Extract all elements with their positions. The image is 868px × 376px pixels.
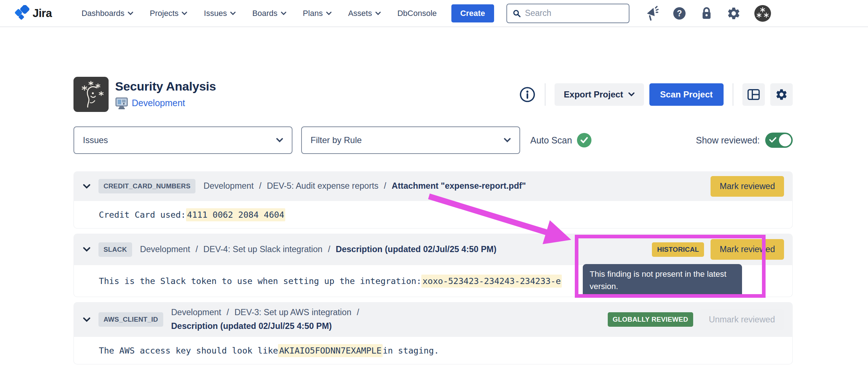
create-button[interactable]: Create	[451, 4, 494, 22]
user-avatar[interactable]	[754, 5, 771, 22]
chevron-down-icon	[628, 92, 635, 96]
finding-card-credit-card: CREDIT_CARD_NUMBERS Development / DEV-5:…	[73, 171, 793, 229]
divider	[733, 83, 733, 106]
breadcrumb: Development / DEV-3: Set up AWS integrat…	[171, 306, 454, 333]
project-header: Security Analysis Development	[73, 77, 793, 112]
gear-icon[interactable]	[726, 6, 741, 21]
check-circle-icon	[577, 133, 592, 148]
secret-highlight: xoxo-523423-234243-234233-e	[421, 275, 562, 288]
chevron-down-icon	[326, 12, 332, 15]
mark-reviewed-button[interactable]: Mark reviewed	[711, 239, 784, 260]
findings-list: CREDIT_CARD_NUMBERS Development / DEV-5:…	[73, 171, 793, 364]
project-breadcrumb-link[interactable]: Development	[132, 98, 185, 108]
finding-content: Credit Card used: 4111 0062 2084 4604	[73, 201, 793, 229]
secret-highlight: AKIAIO5FODNN7EXAMPLE	[278, 344, 383, 357]
collapse-chevron-icon[interactable]	[83, 184, 90, 189]
nav-item-plans[interactable]: Plans	[303, 9, 332, 18]
layout-view-button[interactable]	[742, 83, 765, 106]
filter-row: Issues Filter by Rule Auto Scan Show rev…	[73, 126, 793, 154]
globally-reviewed-badge: GLOBALLY REVIEWED	[608, 312, 694, 327]
issues-filter-select[interactable]: Issues	[73, 126, 292, 154]
jira-logo[interactable]: Jira	[13, 5, 52, 22]
toggle-knob	[779, 134, 791, 146]
chevron-down-icon	[230, 12, 236, 15]
crumb-issue[interactable]: DEV-3: Set up AWS integration	[235, 306, 351, 319]
crumb-project[interactable]: Development	[171, 306, 221, 319]
nav-item-assets[interactable]: Assets	[348, 9, 381, 18]
breadcrumb: Development / DEV-5: Audit expense repor…	[203, 179, 526, 193]
show-reviewed-toggle[interactable]	[765, 133, 793, 148]
search-icon	[513, 9, 521, 18]
chevron-down-icon	[281, 12, 286, 15]
breadcrumb: Development / DEV-4: Set up Slack integr…	[140, 243, 497, 256]
jira-logo-text: Jira	[33, 7, 52, 20]
search-input[interactable]	[525, 8, 623, 18]
crumb-issue[interactable]: DEV-4: Set up Slack integration	[203, 243, 323, 256]
crumb-project[interactable]: Development	[140, 243, 190, 256]
finding-header: CREDIT_CARD_NUMBERS Development / DEV-5:…	[73, 171, 793, 201]
export-project-button[interactable]: Export Project	[555, 83, 644, 106]
computer-icon	[115, 97, 128, 110]
nav-item-boards[interactable]: Boards	[252, 9, 286, 18]
nav-icons: ?	[645, 5, 771, 22]
svg-text:?: ?	[677, 9, 682, 18]
check-icon	[769, 137, 776, 143]
finding-card-slack: SLACK Development / DEV-4: Set up Slack …	[73, 234, 793, 297]
announcement-icon[interactable]	[645, 6, 659, 21]
project-actions: Export Project Scan Project	[519, 83, 793, 106]
nav-item-projects[interactable]: Projects	[150, 9, 187, 18]
project-titles: Security Analysis Development	[115, 79, 216, 110]
chevron-down-icon	[375, 12, 381, 15]
nav-menu: Dashboards Projects Issues Boards Plans …	[81, 9, 437, 18]
finding-location: Attachment "expense-report.pdf"	[392, 179, 526, 193]
mark-reviewed-button[interactable]: Mark reviewed	[711, 176, 784, 197]
show-reviewed-control: Show reviewed:	[696, 133, 793, 148]
collapse-chevron-icon[interactable]	[83, 317, 90, 322]
lock-icon[interactable]	[700, 6, 713, 21]
chevron-down-icon	[182, 12, 187, 15]
crumb-project[interactable]: Development	[203, 179, 253, 193]
divider	[545, 83, 545, 106]
crumb-issue[interactable]: DEV-5: Audit expense reports	[267, 179, 378, 193]
finding-card-aws: AWS_CLIENT_ID Development / DEV-3: Set u…	[73, 302, 793, 364]
historical-tooltip: This finding is not present in the lates…	[583, 264, 742, 297]
search-box[interactable]	[506, 4, 629, 23]
jira-logo-icon	[13, 5, 30, 22]
top-navigation-bar: Jira Dashboards Projects Issues Boards P…	[0, 0, 868, 27]
settings-button[interactable]	[770, 83, 793, 106]
scan-project-button[interactable]: Scan Project	[649, 83, 724, 106]
chevron-down-icon	[276, 138, 283, 142]
auto-scan-indicator: Auto Scan	[530, 133, 592, 148]
page-title: Security Analysis	[115, 79, 216, 93]
help-icon[interactable]: ?	[672, 6, 687, 21]
face-sparkles-avatar-art	[77, 79, 106, 110]
finding-content: The AWS access key should look like AKIA…	[73, 337, 793, 364]
nav-item-dbconsole[interactable]: DbConsole	[397, 9, 437, 18]
finding-location: Description (updated 02/Jul/25 4:50 PM)	[171, 319, 332, 333]
rule-badge: CREDIT_CARD_NUMBERS	[98, 179, 195, 193]
nav-item-dashboards[interactable]: Dashboards	[81, 9, 133, 18]
project-avatar	[73, 77, 109, 112]
unmark-reviewed-button[interactable]: Unmark reviewed	[700, 309, 784, 330]
secret-highlight: 4111 0062 2084 4604	[186, 208, 286, 221]
collapse-chevron-icon[interactable]	[83, 247, 90, 252]
finding-header: AWS_CLIENT_ID Development / DEV-3: Set u…	[73, 302, 793, 337]
historical-badge: HISTORICAL	[652, 242, 704, 257]
rule-badge: SLACK	[98, 242, 132, 257]
rule-filter-select[interactable]: Filter by Rule	[301, 126, 520, 154]
rule-badge: AWS_CLIENT_ID	[98, 312, 163, 327]
chevron-down-icon	[128, 12, 133, 15]
finding-location: Description (updated 02/Jul/25 4:50 PM)	[336, 243, 496, 256]
chevron-down-icon	[504, 138, 511, 142]
layout-icon	[747, 88, 760, 101]
nav-item-issues[interactable]: Issues	[204, 9, 236, 18]
finding-header: SLACK Development / DEV-4: Set up Slack …	[73, 234, 793, 265]
gear-icon	[775, 88, 788, 101]
info-icon[interactable]	[519, 86, 536, 103]
